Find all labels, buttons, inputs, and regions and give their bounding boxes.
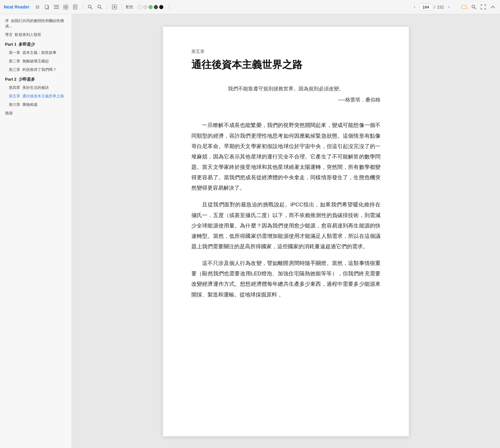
- sidebar-chapter5[interactable]: 第五章 通往後資本主義世界之路: [0, 92, 72, 101]
- cloud-icon[interactable]: [461, 3, 468, 10]
- page-total-num: 232: [437, 5, 444, 9]
- black-dot[interactable]: [159, 5, 163, 9]
- svg-line-16: [100, 8, 102, 9]
- ch4-label: 第四章: [9, 85, 20, 90]
- chapter-label: 第五章: [191, 49, 381, 55]
- sidebar-part2: Part 2 少即是多: [0, 74, 72, 83]
- svg-rect-5: [63, 5, 65, 7]
- sidebar-chapter1[interactable]: 第一章 資本主義：創世故事: [0, 49, 72, 57]
- content-area[interactable]: 第五章 通往後資本主義世界之路 我們不能靠遵守規則拯救世界。因為規則必須改變。 …: [72, 14, 500, 448]
- paragraph-3: 這不只涉及個人行為改變，譬如離開房間時隨手關燈。當然，這類事情很重要（顯然我們也…: [191, 258, 381, 300]
- intro-prefix: 導言: [5, 32, 13, 37]
- svg-rect-8: [66, 8, 68, 9]
- chapter-title: 通往後資本主義世界之路: [191, 58, 381, 72]
- light-dot[interactable]: [143, 5, 147, 9]
- top-bar: Neat Reader ⊟ 配色 ‹ / 232 ›: [0, 0, 500, 14]
- paragraph-2: 且從我們面對的最急迫的挑戰說起。IPCC指出，如果我們希望暖化維持在攝氏一．五度…: [191, 199, 381, 252]
- svg-point-15: [98, 5, 101, 8]
- sidebar-part1: Part 1 多即是少: [0, 39, 72, 49]
- paragraph-1: 一旦瞭解不成長也能繁榮，我們的視野突然開闊起來，變成可能想像一個不同類型的經濟，…: [191, 120, 381, 193]
- search-right-icon[interactable]: [470, 3, 477, 10]
- sidebar-preface[interactable]: 序 由我们共同的脆弱性和團結性構成...: [0, 17, 72, 31]
- intro-text: 歡迎來到人類世: [15, 32, 41, 37]
- menu-icon[interactable]: [53, 3, 60, 10]
- svg-point-20: [472, 5, 475, 8]
- ch1-label: 第一章: [9, 50, 20, 55]
- ch6-label: 第六章: [9, 102, 20, 107]
- divider3: [122, 4, 122, 10]
- ch5-title: 通往後資本主義世界之路: [22, 94, 64, 98]
- preface-text: 由我们共同的脆弱性和團結性構成...: [5, 19, 64, 28]
- page-total: /: [434, 5, 435, 9]
- svg-line-21: [474, 8, 476, 9]
- fullscreen-icon[interactable]: [480, 3, 487, 10]
- divider4: [169, 4, 169, 10]
- ch5-label: 第五章: [9, 94, 20, 98]
- main-layout: 序 由我们共同的脆弱性和團結性構成... 導言 歡迎來到人類世 Part 1 多…: [0, 14, 500, 448]
- grid-icon[interactable]: [62, 3, 69, 10]
- collapse-icon[interactable]: [489, 3, 496, 10]
- white-dot[interactable]: [138, 5, 142, 9]
- ch6-title: 萬物相遙: [22, 102, 38, 107]
- search1-icon[interactable]: [87, 3, 94, 10]
- page-icon[interactable]: [72, 3, 79, 10]
- bookmark-icon[interactable]: ⊟: [34, 3, 41, 10]
- page: 第五章 通往後資本主義世界之路 我們不能靠遵守規則拯救世界。因為規則必須改變。 …: [163, 27, 409, 436]
- divider1: [83, 4, 83, 10]
- svg-rect-1: [45, 5, 48, 9]
- preface-prefix: 序: [5, 19, 9, 23]
- svg-line-14: [91, 8, 92, 9]
- copy-icon[interactable]: [44, 3, 50, 10]
- sidebar-chapter3[interactable]: 第三章 科技救得了我們嗎？: [0, 66, 72, 74]
- ch4-title: 美好生活的祕訣: [22, 85, 49, 90]
- sidebar-chapter2[interactable]: 第二章 無敵破壞王崛起: [0, 57, 72, 66]
- sidebar: 序 由我们共同的脆弱性和團結性構成... 導言 歡迎來到人類世 Part 1 多…: [0, 14, 72, 448]
- quote-text: 我們不能靠遵守規則拯救世界。因為規則必須改變。: [191, 84, 381, 94]
- dark-dot[interactable]: [154, 5, 158, 9]
- top-right-icons: [461, 3, 496, 10]
- color-dots: [138, 5, 163, 9]
- ch2-title: 無敵破壞王崛起: [22, 59, 49, 63]
- sidebar-chapter4[interactable]: 第四章 美好生活的祕訣: [0, 83, 72, 92]
- divider2: [107, 4, 107, 10]
- sidebar-acknowledgement[interactable]: 致謝: [0, 109, 72, 118]
- app-title: Neat Reader: [4, 4, 30, 9]
- svg-point-13: [88, 5, 91, 8]
- color-label: 配色: [126, 4, 133, 10]
- ch2-label: 第二章: [9, 59, 20, 63]
- sidebar-intro[interactable]: 導言 歡迎來到人類世: [0, 31, 72, 39]
- quote-author: ──格蕾塔．桑伯格: [191, 95, 381, 105]
- ch3-title: 科技救得了我們嗎？: [22, 67, 56, 72]
- page-nav: ‹ / 232 ›: [411, 3, 452, 10]
- page-input[interactable]: [420, 3, 432, 10]
- prev-page-button[interactable]: ‹: [411, 4, 418, 10]
- svg-rect-7: [63, 8, 65, 9]
- zoom-icon[interactable]: [111, 3, 118, 10]
- ch1-title: 資本主義：創世故事: [22, 50, 56, 55]
- ch3-label: 第三章: [9, 67, 20, 72]
- search2-icon[interactable]: [96, 3, 103, 10]
- green-dot[interactable]: [148, 5, 153, 9]
- sidebar-chapter6[interactable]: 第六章 萬物相遙: [0, 101, 72, 109]
- next-page-button[interactable]: ›: [446, 4, 452, 10]
- svg-rect-6: [66, 5, 68, 7]
